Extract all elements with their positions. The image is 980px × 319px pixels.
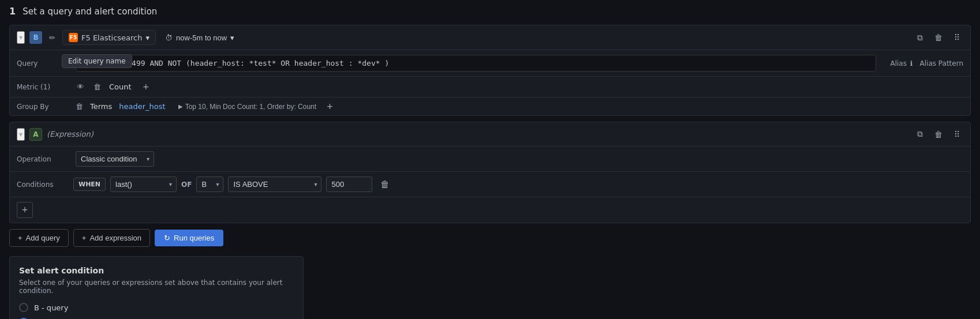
groupby-delete-btn[interactable]: 🗑	[73, 101, 85, 112]
add-condition-btn[interactable]: +	[17, 202, 33, 218]
delete-query-btn[interactable]: 🗑	[931, 31, 946, 44]
clock-icon: ⏱	[165, 33, 173, 42]
radio-label-b-query: B - query	[34, 303, 68, 312]
datasource-selector[interactable]: F5 F5 Elasticsearch ▾	[62, 30, 156, 45]
collapse-expr-btn[interactable]: ▾	[17, 128, 25, 141]
query-label-badge: B	[29, 31, 42, 44]
alert-section-desc: Select one of your queries or expression…	[19, 279, 294, 295]
add-groupby-btn[interactable]: +	[324, 102, 335, 112]
alias-pattern-label: Alias Pattern	[920, 59, 963, 67]
drag-expr-btn[interactable]: ⠿	[951, 127, 963, 141]
expr-label-badge: A	[29, 128, 42, 141]
datasource-chevron-icon: ▾	[146, 33, 150, 42]
datasource-label: F5 Elasticsearch	[81, 33, 143, 42]
drag-query-btn[interactable]: ⠿	[951, 31, 963, 44]
query-row-label: Query	[17, 59, 69, 67]
add-query-btn[interactable]: + Add query	[9, 229, 69, 247]
groupby-field-label: header_host	[119, 102, 165, 111]
radio-option-b-query[interactable]: B - query	[19, 303, 294, 312]
time-range-btn[interactable]: ⏱ now-5m to now ▾	[160, 31, 239, 44]
is-above-dropdown[interactable]: IS ABOVE IS BELOW IS WITHIN RANGE IS OUT…	[228, 177, 321, 192]
edit-query-name-btn[interactable]: ✏	[47, 32, 58, 43]
when-dropdown[interactable]: last() avg() min() max() sum() count() m…	[110, 177, 177, 192]
add-query-label: Add query	[26, 234, 60, 242]
metric-delete-btn[interactable]: 🗑	[90, 80, 104, 93]
run-queries-label: Run queries	[174, 234, 214, 242]
alert-section-title: Set alert condition	[19, 266, 294, 275]
add-expression-label: Add expression	[89, 234, 141, 242]
run-queries-btn[interactable]: ↻ Run queries	[155, 230, 223, 246]
query-block-b: ▾ B ✏ Edit query name F5 F5 Elasticsearc…	[9, 25, 971, 116]
add-expr-plus-icon: +	[82, 234, 87, 242]
radio-circle-b-query	[19, 303, 28, 312]
groupby-row-label: Group By	[17, 103, 69, 111]
copy-query-btn[interactable]: ⧉	[914, 31, 926, 45]
of-dropdown[interactable]: B A ▾	[196, 177, 223, 192]
conditions-label: Conditions	[17, 181, 69, 189]
is-above-select[interactable]: IS ABOVE IS BELOW IS WITHIN RANGE IS OUT…	[228, 177, 321, 192]
delete-condition-btn[interactable]: 🗑	[377, 178, 393, 191]
expression-block-a: ▾ A (Expression) ⧉ 🗑 ⠿ Operation Classic…	[9, 122, 971, 223]
add-metric-btn[interactable]: +	[141, 82, 152, 92]
add-query-plus-icon: +	[18, 234, 23, 242]
when-select[interactable]: last() avg() min() max() sum() count() m…	[110, 177, 177, 192]
add-expression-btn[interactable]: + Add expression	[73, 229, 150, 247]
time-range-chevron-icon: ▾	[230, 33, 234, 42]
alert-condition-section: Set alert condition Select one of your q…	[9, 256, 304, 319]
when-tag: WHEN	[73, 178, 106, 191]
groupby-options-btn[interactable]: ▶ Top 10, Min Doc Count: 1, Order by: Co…	[175, 102, 320, 112]
copy-expr-btn[interactable]: ⧉	[914, 127, 926, 141]
operation-dropdown[interactable]: Classic condition Math Reduce Resample ▾	[76, 151, 154, 167]
metric-visibility-btn[interactable]: 👁	[73, 80, 88, 93]
alias-info-icon: ℹ	[910, 59, 913, 67]
threshold-input[interactable]	[326, 177, 372, 192]
query-input[interactable]	[76, 55, 876, 72]
actions-row: + Add query + Add expression ↻ Run queri…	[9, 229, 971, 247]
of-label: OF	[181, 181, 192, 189]
operation-label: Operation	[17, 155, 69, 163]
edit-tooltip-popup: Edit query name	[62, 54, 132, 68]
metric-type-label: Count	[109, 82, 132, 91]
groupby-options-label: Top 10, Min Doc Count: 1, Order by: Coun…	[185, 103, 316, 111]
delete-expr-btn[interactable]: 🗑	[931, 127, 946, 141]
groupby-type-label: Terms	[90, 102, 112, 111]
metric-row-label: Metric (1)	[17, 83, 69, 91]
step-title: Set a query and alert condition	[23, 6, 157, 17]
step-number: 1	[9, 6, 16, 17]
operation-select[interactable]: Classic condition Math Reduce Resample	[76, 151, 154, 167]
collapse-query-btn[interactable]: ▾	[17, 31, 25, 44]
run-queries-icon: ↻	[164, 234, 170, 242]
expr-type-label: (Expression)	[47, 130, 93, 138]
time-range-label: now-5m to now	[176, 33, 227, 42]
alias-label: Alias ℹ	[890, 59, 912, 67]
datasource-icon: F5	[69, 33, 78, 42]
of-select[interactable]: B A	[196, 177, 223, 192]
